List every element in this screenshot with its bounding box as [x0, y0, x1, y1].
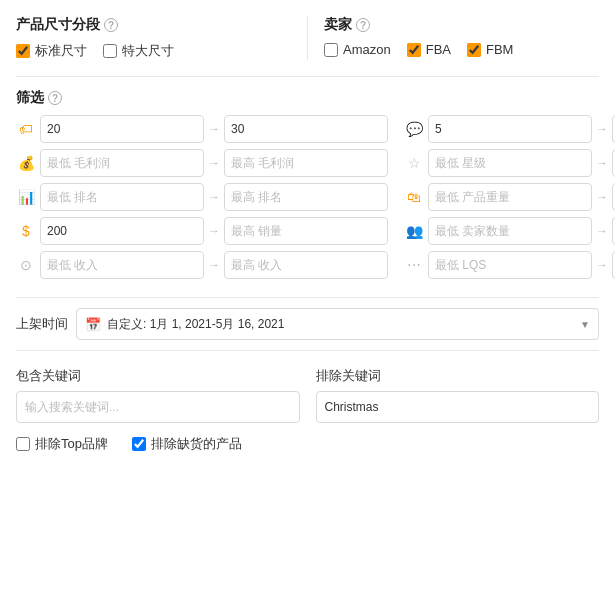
seller-options: Amazon FBA FBM — [324, 42, 599, 57]
price-arrow: → — [208, 122, 220, 136]
profit-max-input[interactable] — [224, 149, 388, 177]
reviews-arrow: → — [596, 122, 608, 136]
standard-size-option[interactable]: 标准尺寸 — [16, 42, 87, 60]
rating-arrow: → — [596, 156, 608, 170]
exclude-keyword-col: 排除关键词 — [316, 367, 600, 423]
income-max-input[interactable] — [224, 251, 388, 279]
exclude-out-of-stock-option[interactable]: 排除缺货的产品 — [132, 435, 242, 453]
listing-time-select[interactable]: 📅 自定义: 1月 1, 2021-5月 16, 2021 ▼ — [76, 308, 599, 340]
profit-min-input[interactable] — [40, 149, 204, 177]
filter-row-sales: $ → — [16, 217, 388, 245]
reviews-icon: 💬 — [404, 119, 424, 139]
oversized-label: 特大尺寸 — [122, 42, 174, 60]
include-keyword-col: 包含关键词 — [16, 367, 300, 423]
exclude-keyword-label: 排除关键词 — [316, 367, 600, 385]
product-size-title: 产品尺寸分段 ? — [16, 16, 291, 34]
seller-title: 卖家 ? — [324, 16, 599, 34]
filter-section: 筛选 ? 🏷 → 💰 → 📊 → — [16, 89, 599, 285]
filter-left-col: 🏷 → 💰 → 📊 → $ → — [16, 115, 388, 285]
price-min-input[interactable] — [40, 115, 204, 143]
sales-min-input[interactable] — [40, 217, 204, 245]
filter-row-rating: ☆ → — [404, 149, 615, 177]
filter-grid: 🏷 → 💰 → 📊 → $ → — [16, 115, 599, 285]
top-section: 产品尺寸分段 ? 标准尺寸 特大尺寸 卖家 ? Amazon — [16, 16, 599, 60]
include-keyword-input[interactable] — [16, 391, 300, 423]
calendar-icon: 📅 — [85, 317, 101, 332]
weight-arrow: → — [596, 190, 608, 204]
income-min-input[interactable] — [40, 251, 204, 279]
listing-time-value-text: 自定义: 1月 1, 2021-5月 16, 2021 — [107, 316, 284, 333]
product-size-label: 产品尺寸分段 — [16, 16, 100, 34]
filter-help-icon[interactable]: ? — [48, 91, 62, 105]
exclude-out-of-stock-label: 排除缺货的产品 — [151, 435, 242, 453]
weight-min-input[interactable] — [428, 183, 592, 211]
lqs-icon: ⋯ — [404, 255, 424, 275]
filter-label: 筛选 — [16, 89, 44, 107]
sellers-icon: 👥 — [404, 221, 424, 241]
sales-max-input[interactable] — [224, 217, 388, 245]
fba-checkbox[interactable] — [407, 43, 421, 57]
lqs-arrow: → — [596, 258, 608, 272]
rating-icon: ☆ — [404, 153, 424, 173]
fbm-label: FBM — [486, 42, 513, 57]
fba-label: FBA — [426, 42, 451, 57]
income-icon: ⊙ — [16, 255, 36, 275]
seller-label: 卖家 — [324, 16, 352, 34]
lqs-min-input[interactable] — [428, 251, 592, 279]
divider-1 — [16, 76, 599, 77]
sales-icon: $ — [16, 221, 36, 241]
product-size-help-icon[interactable]: ? — [104, 18, 118, 32]
sellers-arrow: → — [596, 224, 608, 238]
income-arrow: → — [208, 258, 220, 272]
sales-arrow: → — [208, 224, 220, 238]
price-icon: 🏷 — [16, 119, 36, 139]
seller-help-icon[interactable]: ? — [356, 18, 370, 32]
exclude-out-of-stock-checkbox[interactable] — [132, 437, 146, 451]
profit-arrow: → — [208, 156, 220, 170]
filter-row-weight: 🛍 → — [404, 183, 615, 211]
price-max-input[interactable] — [224, 115, 388, 143]
filter-row-profit: 💰 → — [16, 149, 388, 177]
rank-icon: 📊 — [16, 187, 36, 207]
filter-right-col: 💬 → ☆ → 🛍 → 👥 → — [404, 115, 615, 285]
exclude-top-brand-option[interactable]: 排除Top品牌 — [16, 435, 108, 453]
product-size-options: 标准尺寸 特大尺寸 — [16, 42, 291, 60]
filter-row-income: ⊙ → — [16, 251, 388, 279]
rank-max-input[interactable] — [224, 183, 388, 211]
sellers-min-input[interactable] — [428, 217, 592, 245]
listing-time-dropdown-arrow: ▼ — [580, 319, 590, 330]
amazon-label: Amazon — [343, 42, 391, 57]
amazon-checkbox[interactable] — [324, 43, 338, 57]
fbm-option[interactable]: FBM — [467, 42, 513, 57]
reviews-min-input[interactable] — [428, 115, 592, 143]
rank-min-input[interactable] — [40, 183, 204, 211]
amazon-option[interactable]: Amazon — [324, 42, 391, 57]
profit-icon: 💰 — [16, 153, 36, 173]
filter-row-reviews: 💬 → — [404, 115, 615, 143]
include-keyword-label: 包含关键词 — [16, 367, 300, 385]
oversized-checkbox[interactable] — [103, 44, 117, 58]
product-size-section: 产品尺寸分段 ? 标准尺寸 特大尺寸 — [16, 16, 308, 60]
standard-size-label: 标准尺寸 — [35, 42, 87, 60]
listing-time-section: 上架时间 📅 自定义: 1月 1, 2021-5月 16, 2021 ▼ — [16, 297, 599, 351]
filter-row-lqs: ⋯ → — [404, 251, 615, 279]
listing-time-row: 上架时间 📅 自定义: 1月 1, 2021-5月 16, 2021 ▼ — [16, 308, 599, 340]
filter-row-sellers: 👥 → — [404, 217, 615, 245]
bottom-checkboxes: 排除Top品牌 排除缺货的产品 — [16, 435, 599, 453]
exclude-top-brand-checkbox[interactable] — [16, 437, 30, 451]
fbm-checkbox[interactable] — [467, 43, 481, 57]
rating-min-input[interactable] — [428, 149, 592, 177]
keywords-section: 包含关键词 排除关键词 — [16, 363, 599, 423]
seller-section: 卖家 ? Amazon FBA FBM — [308, 16, 599, 60]
exclude-top-brand-label: 排除Top品牌 — [35, 435, 108, 453]
oversized-option[interactable]: 特大尺寸 — [103, 42, 174, 60]
fba-option[interactable]: FBA — [407, 42, 451, 57]
weight-icon: 🛍 — [404, 187, 424, 207]
standard-size-checkbox[interactable] — [16, 44, 30, 58]
filter-title: 筛选 ? — [16, 89, 599, 107]
filter-row-rank: 📊 → — [16, 183, 388, 211]
listing-time-label: 上架时间 — [16, 315, 68, 333]
exclude-keyword-input[interactable] — [316, 391, 600, 423]
rank-arrow: → — [208, 190, 220, 204]
filter-row-price: 🏷 → — [16, 115, 388, 143]
